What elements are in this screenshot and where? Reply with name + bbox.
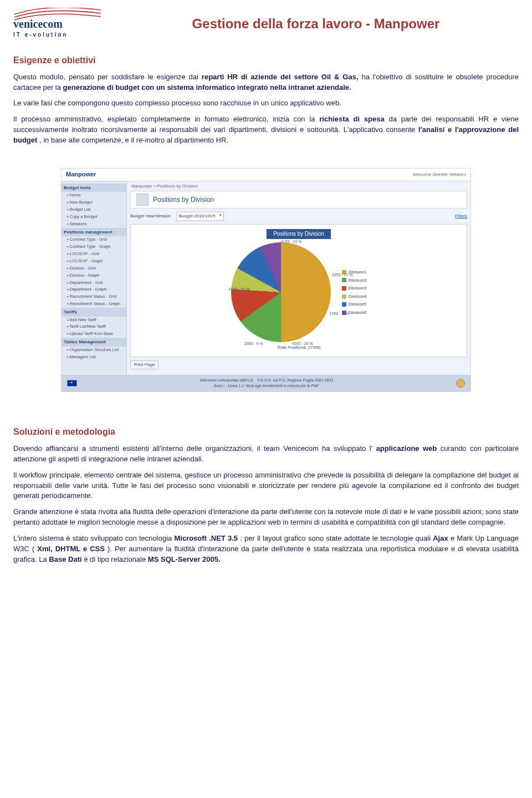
document-header: venicecom IT e-volution Gestione della f… [13,8,519,39]
sidebar-group: Tariffs [62,308,126,317]
sidebar-item[interactable]: New Budget [62,199,126,206]
app-footer: Intervento cofinanziato dall'U.E. - F.E.… [62,375,470,392]
text: è di tipo relazionale [84,555,148,563]
legend-swatch [342,278,346,282]
sidebar-item[interactable]: Add New Tariff [62,317,126,324]
sidebar-item[interactable]: Division - Grid [62,265,126,272]
sidebar-item[interactable]: Budget List [62,206,126,214]
filters-link[interactable]: Filters [455,213,467,220]
sidebar-item[interactable]: Recruitment Status - Graph [62,301,126,308]
sidebar-item[interactable]: Organization Structure List [62,347,126,354]
legend-swatch [342,302,346,307]
sidebar-item[interactable]: LOC/EXP - Grid [62,251,126,258]
text: , in base alle competenze, e il re-inolt… [39,136,228,144]
body-paragraph: Le varie fasi che compongono questo comp… [13,98,519,109]
sidebar-group: Positions management [62,228,126,237]
filter-label: Budget Year/Version [130,213,171,220]
pie-slice-label: 4150 - 15 % [281,239,302,245]
pie-slice-label: 1950 - 7 % [330,311,349,317]
text: Il processo amministrativo, espletato co… [13,115,319,123]
footer-text: Intervento cofinanziato dall'U.E. - F.E.… [200,378,334,389]
logo-tagline: IT e-volution [13,31,113,39]
print-button[interactable]: Print Page [130,360,158,369]
sidebar-group: Budget tools [62,184,126,192]
legend-swatch [342,294,346,299]
text-bold: applicazione web [376,444,437,453]
chart-title: Positions by Division [267,229,331,240]
text-bold: MS SQL-Server 2005. [148,555,221,563]
chart-panel: Positions by Division 9150 - 50 %4150 - … [130,224,467,357]
section-heading-objectives: Esigenze e obiettivi [13,54,519,67]
app-screenshot: Manpower Welcome Jennifer Vellanco Budge… [61,168,471,392]
sidebar-item[interactable]: Sessions [62,221,126,228]
text-bold: Base Dati [49,555,81,563]
page-heading: Positions by Division [153,195,214,205]
sidebar-item[interactable]: Home [62,192,126,199]
body-paragraph: Grande attenzione è stata rivolta alla f… [13,507,519,528]
filter-bar: Budget Year/Version Budget 2010/10V5 Fil… [130,212,467,221]
app-title: Manpower [66,170,96,179]
logo-text: venicecom [13,18,63,30]
print-row: Print Page [130,360,467,369]
sidebar-item[interactable]: Managers List [62,354,126,361]
pie-chart: 9150 - 50 %4150 - 15 %3350 - 11 %1950 - … [231,242,331,342]
app-topbar: Manpower Welcome Jennifer Vellanco [62,169,470,181]
text-bold: richiesta di spesa [319,115,384,123]
section-heading-solutions: Soluzioni e metodologia [13,425,519,438]
sidebar-item[interactable]: Copy a Budget [62,214,126,221]
body-paragraph: Questo modulo, pensato per soddisfare le… [13,72,519,93]
sidebar-item[interactable]: Contract Type - Grid [62,236,126,243]
sidebar-group: Tables Management [62,338,126,347]
legend-item: Division3 [342,285,366,292]
pie-slice-label: 2500 - 9 % [244,341,263,347]
sidebar-item[interactable]: Department - Grid [62,279,126,287]
sidebar-item[interactable]: Department - Graph [62,286,126,293]
sidebar-item[interactable]: Tariff List/New Tariff [62,323,126,331]
text-bold: generazione di budget con un sistema inf… [63,83,351,92]
breadcrumb: Manpower > Positions by Division [127,181,470,191]
legend-label: Division6 [349,309,366,316]
app-main: Manpower > Positions by Division Positio… [127,181,470,375]
body-paragraph: Il workflow principale, elemento central… [13,470,519,502]
pie-slice-label: 9150 - 50 % [229,287,250,292]
text: Dovendo affiancarsi a strumenti esistent… [13,444,372,453]
sidebar-item[interactable]: LOC/EXP - Graph [62,258,126,265]
legend-label: Division5 [349,301,366,308]
legend-item: Division5 [342,301,366,308]
text-bold: reparti HR di aziende del settore Oil & … [202,73,359,81]
body-paragraph: Dovendo affiancarsi a strumenti esistent… [13,444,519,465]
body-paragraph: L'intero sistema è stato sviluppato con … [13,533,519,565]
text-bold: Ajax [433,534,448,542]
legend-label: Division3 [349,285,366,292]
page-heading-bar: Positions by Division [130,191,467,209]
text-bold: Microsoft [174,534,207,542]
emblem-icon [456,379,465,388]
sidebar: Budget toolsHomeNew BudgetBudget ListCop… [62,181,127,375]
avatar-icon [136,194,149,206]
sidebar-item[interactable]: Division - Graph [62,272,126,279]
welcome-text: Welcome Jennifer Vellanco [413,171,466,178]
page-title: Gestione della forza lavoro - Manpower [113,14,519,34]
legend-swatch [342,286,346,291]
budget-version-select[interactable]: Budget 2010/10V5 [176,212,224,221]
sidebar-item[interactable]: Upload Tariff from Base [62,331,126,338]
sidebar-item[interactable]: Recruitment Status - Grid [62,293,126,301]
legend-label: Division4 [349,293,366,300]
text: Questo modulo, pensato per soddisfare le… [13,73,202,81]
text: ; per il layout grafico sono state adott… [240,534,433,542]
pie-slice-label: 3350 - 11 % [332,272,353,278]
text: L'intero sistema è stato sviluppato con … [13,534,174,542]
text-bold: .NET 3.5 [209,534,238,542]
company-logo: venicecom IT e-volution [13,8,113,39]
pie-slice-label: 4550 - 24 % [292,341,313,347]
text-bold: Xml, DHTML e CSS [37,545,105,553]
legend-item: Division4 [342,293,366,300]
sidebar-item[interactable]: Contract Type - Graph [62,243,126,251]
eu-flag-icon [67,380,77,387]
body-paragraph: Il processo amministrativo, espletato co… [13,114,519,146]
